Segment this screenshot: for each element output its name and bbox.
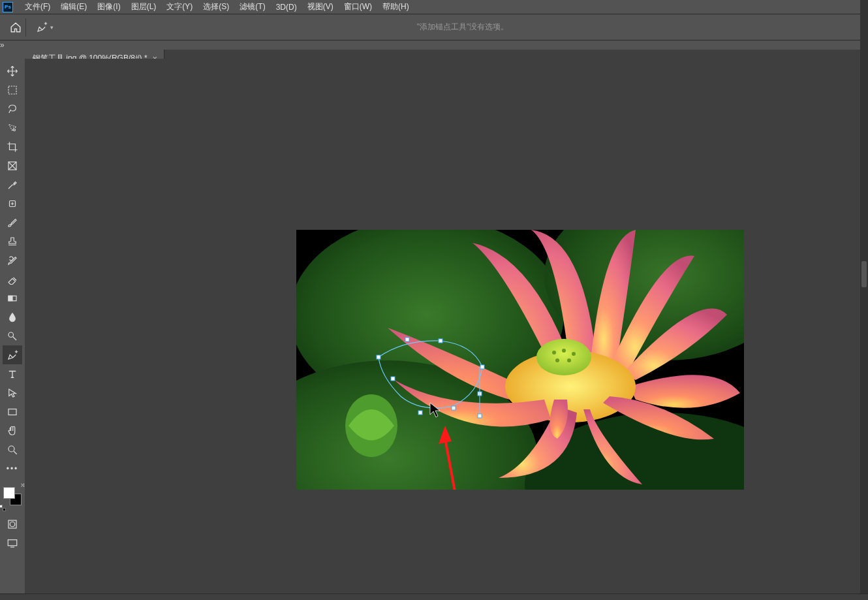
chevron-down-icon: ▾ — [50, 24, 54, 31]
color-swatches[interactable]: ⤭ — [3, 487, 22, 505]
path-select-tool[interactable] — [3, 383, 22, 402]
blur-tool[interactable] — [3, 308, 22, 326]
svg-point-24 — [567, 358, 571, 362]
svg-rect-5 — [8, 296, 12, 301]
options-bar: ▾ "添加锚点工具"没有选项。 — [0, 14, 868, 40]
hand-tool[interactable] — [3, 421, 22, 440]
svg-rect-34 — [478, 414, 482, 418]
type-tool[interactable] — [3, 364, 22, 383]
lotus-image — [296, 230, 744, 490]
tool-bar: ••• ⤭ — [0, 59, 25, 593]
eraser-tool[interactable] — [3, 270, 22, 289]
quick-mask-mode[interactable] — [3, 514, 22, 533]
menu-3d[interactable]: 3D(D) — [271, 1, 302, 14]
menu-layer[interactable]: 图层(L) — [126, 0, 162, 14]
right-panel-edge[interactable] — [860, 0, 868, 600]
menu-type[interactable]: 文字(Y) — [161, 0, 198, 14]
options-message: "添加锚点工具"没有选项。 — [57, 22, 868, 33]
svg-rect-32 — [391, 377, 395, 381]
gradient-tool[interactable] — [3, 289, 22, 308]
app-icon: Ps — [3, 2, 13, 12]
panel-grip[interactable] — [861, 261, 867, 287]
menu-image[interactable]: 图像(I) — [92, 0, 125, 14]
svg-rect-11 — [8, 539, 17, 545]
dodge-tool[interactable] — [3, 326, 22, 345]
svg-point-10 — [10, 522, 15, 527]
canvas-area[interactable] — [25, 59, 868, 593]
marquee-tool[interactable] — [3, 80, 22, 99]
menu-view[interactable]: 视图(V) — [302, 0, 339, 14]
more-tools[interactable]: ••• — [3, 459, 22, 478]
workspace: ••• ⤭ — [0, 59, 868, 593]
menu-window[interactable]: 窗口(W) — [339, 0, 377, 14]
rectangle-tool[interactable] — [3, 402, 22, 421]
svg-point-21 — [562, 349, 566, 353]
menu-bar: Ps 文件(F) 编辑(E) 图像(I) 图层(L) 文字(Y) 选择(S) 滤… — [0, 0, 868, 14]
svg-rect-26 — [405, 338, 409, 341]
svg-rect-0 — [8, 86, 16, 94]
bottom-edge — [0, 593, 868, 600]
menu-help[interactable]: 帮助(H) — [377, 0, 414, 14]
toolbar-collapse-grip[interactable]: » — [0, 40, 868, 50]
menu-filter[interactable]: 滤镜(T) — [234, 0, 270, 14]
home-button[interactable] — [5, 18, 26, 37]
svg-rect-30 — [452, 406, 456, 410]
svg-rect-25 — [377, 355, 380, 359]
quick-select-tool[interactable] — [3, 118, 22, 137]
default-colors-icon[interactable] — [0, 505, 5, 510]
pen-add-icon — [36, 22, 48, 33]
healing-brush-tool[interactable] — [3, 194, 22, 213]
menu-file[interactable]: 文件(F) — [20, 0, 55, 14]
move-tool[interactable] — [3, 61, 22, 80]
svg-rect-31 — [418, 411, 422, 415]
document-canvas[interactable] — [296, 230, 744, 490]
svg-rect-7 — [8, 409, 16, 415]
svg-rect-28 — [480, 365, 484, 369]
svg-point-6 — [8, 332, 14, 338]
svg-point-1 — [14, 129, 16, 131]
menu-select[interactable]: 选择(S) — [198, 0, 234, 14]
svg-point-20 — [552, 351, 556, 355]
zoom-tool[interactable] — [3, 440, 22, 459]
svg-rect-27 — [439, 339, 442, 343]
history-brush-tool[interactable] — [3, 251, 22, 270]
home-icon — [10, 22, 22, 33]
screen-mode[interactable] — [3, 533, 22, 552]
foreground-color[interactable] — [3, 487, 15, 499]
tool-preset-picker[interactable]: ▾ — [31, 18, 57, 37]
stamp-tool[interactable] — [3, 232, 22, 251]
pen-tool[interactable] — [3, 345, 22, 364]
frame-tool[interactable] — [3, 156, 22, 175]
lasso-tool[interactable] — [3, 99, 22, 118]
svg-point-19 — [536, 339, 591, 375]
crop-tool[interactable] — [3, 137, 22, 156]
ellipsis-icon: ••• — [7, 464, 19, 473]
brush-tool[interactable] — [3, 213, 22, 232]
eyedropper-tool[interactable] — [3, 175, 22, 194]
svg-point-22 — [572, 352, 576, 356]
svg-point-23 — [555, 358, 559, 362]
svg-point-8 — [8, 446, 14, 452]
menu-edit[interactable]: 编辑(E) — [55, 0, 92, 14]
